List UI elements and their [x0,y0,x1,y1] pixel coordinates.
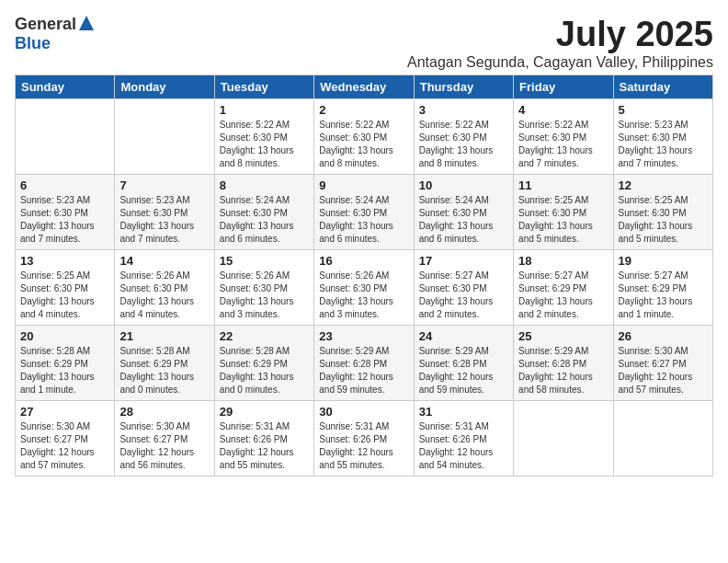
day-number: 24 [419,329,508,343]
weekday-header-row: SundayMondayTuesdayWednesdayThursdayFrid… [16,75,713,99]
calendar-cell: 30Sunrise: 5:31 AM Sunset: 6:26 PM Dayli… [314,401,414,477]
day-number: 10 [419,178,508,192]
day-number: 21 [119,329,209,343]
day-info: Sunrise: 5:29 AM Sunset: 6:28 PM Dayligh… [518,345,608,396]
day-info: Sunrise: 5:23 AM Sunset: 6:30 PM Dayligh… [20,194,109,246]
calendar-subtitle: Antagan Segunda, Cagayan Valley, Philipp… [407,54,713,71]
day-info: Sunrise: 5:25 AM Sunset: 6:30 PM Dayligh… [518,194,608,246]
calendar-week-row: 27Sunrise: 5:30 AM Sunset: 6:27 PM Dayli… [16,401,713,477]
calendar-cell: 3Sunrise: 5:22 AM Sunset: 6:30 PM Daylig… [414,99,513,175]
day-info: Sunrise: 5:26 AM Sunset: 6:30 PM Dayligh… [119,270,209,321]
calendar-week-row: 20Sunrise: 5:28 AM Sunset: 6:29 PM Dayli… [16,326,713,401]
day-info: Sunrise: 5:25 AM Sunset: 6:30 PM Dayligh… [619,194,708,246]
day-info: Sunrise: 5:27 AM Sunset: 6:29 PM Dayligh… [518,270,608,321]
weekday-header-tuesday: Tuesday [214,75,313,99]
calendar-cell: 14Sunrise: 5:26 AM Sunset: 6:30 PM Dayli… [115,250,214,326]
day-number: 12 [619,178,708,192]
calendar-cell: 8Sunrise: 5:24 AM Sunset: 6:30 PM Daylig… [214,175,313,250]
day-number: 1 [220,103,309,117]
day-number: 5 [619,103,708,117]
weekday-header-monday: Monday [115,75,214,99]
calendar-cell: 9Sunrise: 5:24 AM Sunset: 6:30 PM Daylig… [314,175,414,250]
day-number: 11 [518,178,608,192]
header: General Blue July 2025 Antagan Segunda, … [15,15,713,71]
day-info: Sunrise: 5:25 AM Sunset: 6:30 PM Dayligh… [20,270,109,321]
calendar-cell: 22Sunrise: 5:28 AM Sunset: 6:29 PM Dayli… [214,326,313,401]
calendar-week-row: 13Sunrise: 5:25 AM Sunset: 6:30 PM Dayli… [16,250,713,326]
day-info: Sunrise: 5:22 AM Sunset: 6:30 PM Dayligh… [220,119,309,170]
day-info: Sunrise: 5:26 AM Sunset: 6:30 PM Dayligh… [319,270,408,321]
calendar-cell: 13Sunrise: 5:25 AM Sunset: 6:30 PM Dayli… [16,250,115,326]
calendar-cell: 4Sunrise: 5:22 AM Sunset: 6:30 PM Daylig… [514,99,613,175]
calendar-cell: 10Sunrise: 5:24 AM Sunset: 6:30 PM Dayli… [414,175,513,250]
day-info: Sunrise: 5:28 AM Sunset: 6:29 PM Dayligh… [119,345,209,396]
day-info: Sunrise: 5:27 AM Sunset: 6:30 PM Dayligh… [419,270,508,321]
day-info: Sunrise: 5:24 AM Sunset: 6:30 PM Dayligh… [319,194,408,246]
calendar-cell: 20Sunrise: 5:28 AM Sunset: 6:29 PM Dayli… [16,326,115,401]
day-number: 20 [20,329,109,343]
day-number: 22 [220,329,309,343]
day-number: 15 [220,254,309,268]
day-number: 4 [518,103,608,117]
day-info: Sunrise: 5:29 AM Sunset: 6:28 PM Dayligh… [319,345,408,396]
day-info: Sunrise: 5:22 AM Sunset: 6:30 PM Dayligh… [419,119,508,170]
day-info: Sunrise: 5:22 AM Sunset: 6:30 PM Dayligh… [319,119,408,170]
calendar-cell: 11Sunrise: 5:25 AM Sunset: 6:30 PM Dayli… [514,175,613,250]
day-info: Sunrise: 5:31 AM Sunset: 6:26 PM Dayligh… [220,420,309,472]
day-info: Sunrise: 5:26 AM Sunset: 6:30 PM Dayligh… [220,270,309,321]
calendar-week-row: 1Sunrise: 5:22 AM Sunset: 6:30 PM Daylig… [16,99,713,175]
day-number: 13 [20,254,109,268]
calendar-cell: 16Sunrise: 5:26 AM Sunset: 6:30 PM Dayli… [314,250,414,326]
calendar-cell: 28Sunrise: 5:30 AM Sunset: 6:27 PM Dayli… [115,401,214,477]
day-number: 28 [119,405,209,419]
weekday-header-sunday: Sunday [16,75,115,99]
calendar-cell: 6Sunrise: 5:23 AM Sunset: 6:30 PM Daylig… [16,175,115,250]
day-number: 2 [319,103,408,117]
weekday-header-saturday: Saturday [613,75,712,99]
calendar-cell: 15Sunrise: 5:26 AM Sunset: 6:30 PM Dayli… [214,250,313,326]
calendar-cell: 25Sunrise: 5:29 AM Sunset: 6:28 PM Dayli… [514,326,613,401]
day-info: Sunrise: 5:22 AM Sunset: 6:30 PM Dayligh… [518,119,608,170]
day-number: 26 [619,329,708,343]
title-area: July 2025 Antagan Segunda, Cagayan Valle… [407,15,713,71]
logo: General Blue [15,15,95,53]
calendar-cell: 17Sunrise: 5:27 AM Sunset: 6:30 PM Dayli… [414,250,513,326]
calendar-cell: 26Sunrise: 5:30 AM Sunset: 6:27 PM Dayli… [613,326,712,401]
day-info: Sunrise: 5:31 AM Sunset: 6:26 PM Dayligh… [419,420,508,472]
day-info: Sunrise: 5:29 AM Sunset: 6:28 PM Dayligh… [419,345,508,396]
svg-marker-0 [79,16,94,30]
logo-blue: Blue [15,34,51,53]
calendar-cell: 24Sunrise: 5:29 AM Sunset: 6:28 PM Dayli… [414,326,513,401]
day-number: 25 [518,329,608,343]
calendar-cell: 7Sunrise: 5:23 AM Sunset: 6:30 PM Daylig… [115,175,214,250]
calendar-cell [16,99,115,175]
day-number: 31 [419,405,508,419]
day-number: 17 [419,254,508,268]
day-info: Sunrise: 5:28 AM Sunset: 6:29 PM Dayligh… [20,345,109,396]
calendar-table: SundayMondayTuesdayWednesdayThursdayFrid… [15,75,713,477]
weekday-header-wednesday: Wednesday [314,75,414,99]
day-number: 7 [119,178,209,192]
day-info: Sunrise: 5:28 AM Sunset: 6:29 PM Dayligh… [220,345,309,396]
day-number: 19 [619,254,708,268]
calendar-cell: 12Sunrise: 5:25 AM Sunset: 6:30 PM Dayli… [613,175,712,250]
calendar-week-row: 6Sunrise: 5:23 AM Sunset: 6:30 PM Daylig… [16,175,713,250]
day-number: 27 [20,405,109,419]
calendar-cell: 31Sunrise: 5:31 AM Sunset: 6:26 PM Dayli… [414,401,513,477]
day-number: 16 [319,254,408,268]
day-number: 23 [319,329,408,343]
calendar-cell [514,401,613,477]
day-number: 18 [518,254,608,268]
calendar-cell: 5Sunrise: 5:23 AM Sunset: 6:30 PM Daylig… [613,99,712,175]
day-info: Sunrise: 5:30 AM Sunset: 6:27 PM Dayligh… [20,420,109,472]
calendar-cell: 2Sunrise: 5:22 AM Sunset: 6:30 PM Daylig… [314,99,414,175]
day-info: Sunrise: 5:31 AM Sunset: 6:26 PM Dayligh… [319,420,408,472]
day-info: Sunrise: 5:30 AM Sunset: 6:27 PM Dayligh… [119,420,209,472]
calendar-cell [115,99,214,175]
day-number: 8 [220,178,309,192]
weekday-header-friday: Friday [514,75,613,99]
calendar-cell: 27Sunrise: 5:30 AM Sunset: 6:27 PM Dayli… [16,401,115,477]
calendar-cell: 29Sunrise: 5:31 AM Sunset: 6:26 PM Dayli… [214,401,313,477]
logo-icon [78,15,95,31]
day-number: 29 [220,405,309,419]
